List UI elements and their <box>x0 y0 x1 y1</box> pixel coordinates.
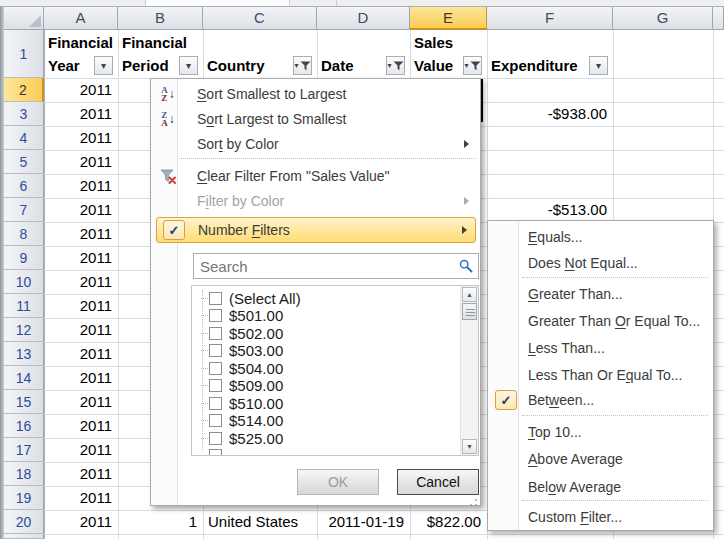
cell-C20[interactable]: United States <box>203 510 317 534</box>
cell-B20[interactable]: 1 <box>118 510 203 534</box>
scrollbar[interactable]: ▲ ▼ <box>460 286 478 455</box>
filter-value-item[interactable]: $525.00 <box>194 429 458 447</box>
submenu-item-less-than-or-equal-to[interactable]: Less Than Or Equal To... <box>490 363 711 387</box>
cell-A4[interactable]: 2011 <box>44 126 118 150</box>
checkbox[interactable] <box>209 292 222 305</box>
submenu-item-greater-than[interactable]: Greater Than... <box>490 282 711 306</box>
column-header-D[interactable]: D <box>317 7 410 30</box>
scroll-down-button[interactable]: ▼ <box>462 439 477 454</box>
row-header-18[interactable]: 18 <box>4 462 44 486</box>
cell-A9[interactable]: 2011 <box>44 246 118 270</box>
scroll-thumb[interactable] <box>462 303 477 320</box>
menu-item-clear-filter-from-sales-value[interactable]: Clear Filter From "Sales Value" <box>153 164 477 188</box>
row-header-2[interactable]: 2 <box>4 78 44 102</box>
submenu-item-less-than[interactable]: Less Than... <box>490 336 711 360</box>
cell-A12[interactable]: 2011 <box>44 318 118 342</box>
row-header-3[interactable]: 3 <box>4 102 44 126</box>
checkbox[interactable] <box>209 414 222 427</box>
cell-A15[interactable]: 2011 <box>44 390 118 414</box>
column-header-A[interactable]: A <box>44 7 118 30</box>
menu-item-number-filters[interactable]: ✓Number Filters <box>156 217 476 243</box>
row-header-1[interactable]: 1 <box>4 30 44 78</box>
row-header-9[interactable]: 9 <box>4 246 44 270</box>
submenu-item-does-not-equal[interactable]: Does Not Equal... <box>490 251 711 275</box>
row-header-10[interactable]: 10 <box>4 270 44 294</box>
row-header-7[interactable]: 7 <box>4 198 44 222</box>
row-header-5[interactable]: 5 <box>4 150 44 174</box>
cell-A13[interactable]: 2011 <box>44 342 118 366</box>
filter-value-item[interactable]: $503.00 <box>194 341 458 359</box>
filter-button-D[interactable]: ▾ <box>386 56 405 75</box>
cell-A18[interactable]: 2011 <box>44 462 118 486</box>
column-header-E[interactable]: E <box>410 7 487 30</box>
submenu-item-custom-filter[interactable]: Custom Filter... <box>490 505 711 529</box>
filter-button-C[interactable]: ▾ <box>293 56 312 75</box>
submenu-item-equals[interactable]: Equals... <box>490 225 711 249</box>
cell-A2[interactable]: 2011 <box>44 78 118 102</box>
column-header-G[interactable]: G <box>613 7 713 30</box>
filter-value-item-partial[interactable] <box>194 446 458 456</box>
menu-item-sort-smallest-to-largest[interactable]: AZ↓Sort Smallest to Largest <box>153 82 477 106</box>
menu-item-sort-largest-to-smallest[interactable]: ZA↓Sort Largest to Smallest <box>153 107 477 131</box>
cell-A17[interactable]: 2011 <box>44 438 118 462</box>
cell-F7[interactable]: -$513.00 <box>487 198 613 222</box>
submenu-item-top-10[interactable]: Top 10... <box>490 420 711 444</box>
row-header-4[interactable]: 4 <box>4 126 44 150</box>
row-header-21[interactable] <box>4 534 44 539</box>
filter-value-item[interactable]: $502.00 <box>194 324 458 342</box>
cell-F3[interactable]: -$938.00 <box>487 102 613 126</box>
filter-search-input[interactable] <box>194 254 478 278</box>
cancel-button[interactable]: Cancel <box>397 469 479 495</box>
row-header-16[interactable]: 16 <box>4 414 44 438</box>
cell-A19[interactable]: 2011 <box>44 486 118 510</box>
submenu-item-above-average[interactable]: Above Average <box>490 447 711 471</box>
cell-A10[interactable]: 2011 <box>44 270 118 294</box>
checkbox[interactable] <box>209 309 222 322</box>
cell-A11[interactable]: 2011 <box>44 294 118 318</box>
cell-A7[interactable]: 2011 <box>44 198 118 222</box>
resize-grip[interactable] <box>468 494 478 504</box>
row-header-12[interactable]: 12 <box>4 318 44 342</box>
checkbox[interactable] <box>209 327 222 340</box>
checkbox[interactable] <box>209 344 222 357</box>
cell-E20[interactable]: $822.00 <box>410 510 487 534</box>
filter-button-A[interactable]: ▾ <box>94 56 113 75</box>
scroll-up-button[interactable]: ▲ <box>462 287 477 302</box>
filter-value-item[interactable]: $514.00 <box>194 411 458 429</box>
checkbox[interactable] <box>209 432 222 445</box>
filter-value-item[interactable]: $510.00 <box>194 394 458 412</box>
select-all-corner[interactable] <box>4 7 44 30</box>
cell-A16[interactable]: 2011 <box>44 414 118 438</box>
column-header-C[interactable]: C <box>203 7 317 30</box>
column-header-F[interactable]: F <box>487 7 613 30</box>
cell-A20[interactable]: 2011 <box>44 510 118 534</box>
cell-A3[interactable]: 2011 <box>44 102 118 126</box>
cell-A8[interactable]: 2011 <box>44 222 118 246</box>
column-header-B[interactable]: B <box>118 7 203 30</box>
row-header-13[interactable]: 13 <box>4 342 44 366</box>
checkbox[interactable] <box>209 362 222 375</box>
row-header-6[interactable]: 6 <box>4 174 44 198</box>
menu-item-sort-by-color[interactable]: Sort by Color <box>153 132 477 156</box>
filter-value-item[interactable]: (Select All) <box>194 289 458 307</box>
filter-value-item[interactable]: $504.00 <box>194 359 458 377</box>
row-header-14[interactable]: 14 <box>4 366 44 390</box>
submenu-item-greater-than-or-equal-to[interactable]: Greater Than Or Equal To... <box>490 309 711 333</box>
row-header-20[interactable]: 20 <box>4 510 44 534</box>
cell-A14[interactable]: 2011 <box>44 366 118 390</box>
submenu-item-between[interactable]: ✓Between... <box>490 388 711 412</box>
row-header-19[interactable]: 19 <box>4 486 44 510</box>
filter-button-E[interactable]: ▾ <box>463 56 482 75</box>
filter-value-item[interactable]: $501.00 <box>194 306 458 324</box>
checkbox[interactable] <box>209 397 222 410</box>
checkbox[interactable] <box>209 449 222 457</box>
filter-button-B[interactable]: ▾ <box>179 56 198 75</box>
row-header-17[interactable]: 17 <box>4 438 44 462</box>
submenu-item-below-average[interactable]: Below Average <box>490 475 711 499</box>
cell-D20[interactable]: 2011-01-19 <box>317 510 410 534</box>
checkbox[interactable] <box>209 379 222 392</box>
column-header-partial[interactable] <box>713 7 724 30</box>
cell-A5[interactable]: 2011 <box>44 150 118 174</box>
row-header-15[interactable]: 15 <box>4 390 44 414</box>
row-header-8[interactable]: 8 <box>4 222 44 246</box>
